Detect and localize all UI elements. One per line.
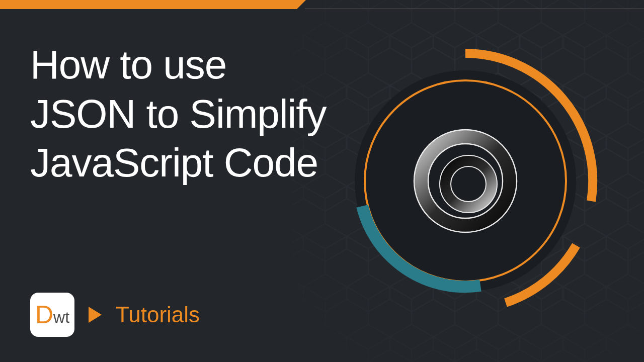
logo-letter-big: D — [35, 302, 53, 327]
title-line-1: How to use — [30, 40, 327, 89]
json-ring-graphic — [325, 40, 606, 322]
brand-logo: Dwt — [30, 293, 74, 337]
video-title: How to use JSON to Simplify JavaScript C… — [30, 40, 327, 188]
footer-row: Dwt Tutorials — [30, 293, 200, 337]
top-accent-bar — [0, 0, 644, 9]
logo-letter-small: wt — [53, 309, 69, 325]
category-label: Tutorials — [116, 302, 200, 327]
title-line-3: JavaScript Code — [30, 138, 327, 188]
play-icon — [89, 307, 102, 323]
title-line-2: JSON to Simplify — [30, 89, 327, 139]
